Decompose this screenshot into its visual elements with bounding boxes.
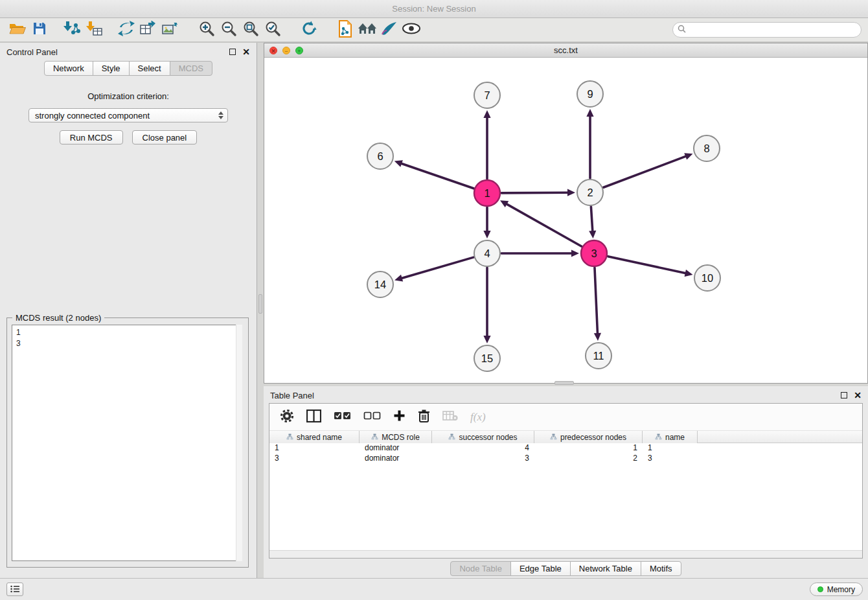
table-cell: dominator — [360, 443, 432, 454]
refresh-layout-button[interactable] — [298, 19, 320, 40]
graph-edge-3-11[interactable] — [595, 268, 597, 333]
table-row[interactable]: 3dominator323 — [269, 454, 862, 464]
svg-text:9: 9 — [587, 88, 593, 100]
gear-icon[interactable] — [280, 409, 294, 426]
column-header-MCDS-role[interactable]: MCDS role — [360, 431, 432, 443]
toggle-graphics-details-button[interactable] — [400, 19, 422, 40]
graph-node-4[interactable]: 4 — [474, 240, 500, 266]
column-header-successor-nodes[interactable]: successor nodes — [432, 431, 534, 443]
table-row[interactable]: 1dominator411 — [269, 443, 862, 454]
column-sort-icon — [448, 433, 455, 442]
graph-edge-3-10[interactable] — [608, 257, 685, 273]
search-input[interactable] — [689, 25, 856, 34]
network-canvas[interactable]: 7968124314101511 — [264, 58, 867, 383]
float-table-panel-icon[interactable] — [841, 392, 847, 398]
select-all-icon[interactable] — [334, 411, 351, 423]
tab-style[interactable]: Style — [93, 61, 130, 76]
table-cell: 1 — [643, 443, 698, 454]
graph-node-15[interactable]: 15 — [474, 345, 500, 371]
graph-node-11[interactable]: 11 — [586, 343, 611, 369]
column-header-shared-name[interactable]: shared name — [269, 431, 360, 443]
tab-mcds[interactable]: MCDS — [170, 61, 212, 76]
import-network-button[interactable] — [61, 19, 83, 40]
zoom-selected-button[interactable] — [262, 19, 284, 40]
home-view-button[interactable] — [356, 19, 378, 40]
graph-edge-3-1[interactable] — [507, 204, 581, 246]
graph-edge-arrowhead — [483, 110, 490, 118]
zoom-fit-button[interactable] — [240, 19, 262, 40]
table-rows: 1dominator4113dominator323 — [269, 443, 862, 464]
import-table-button[interactable] — [83, 19, 105, 40]
network-transfer-button[interactable] — [115, 19, 137, 40]
export-image-button[interactable] — [159, 19, 181, 40]
main-toolbar — [0, 18, 868, 43]
vertical-splitter-handle[interactable] — [258, 294, 262, 314]
criterion-dropdown[interactable]: strongly connected component — [29, 108, 228, 122]
graph-node-3[interactable]: 3 — [581, 240, 607, 266]
search-icon — [678, 24, 686, 36]
horizontal-splitter-handle[interactable] — [554, 381, 574, 385]
float-panel-icon[interactable] — [229, 49, 236, 55]
document-network-icon — [337, 20, 353, 40]
column-header-name[interactable]: name — [643, 431, 698, 443]
export-image-icon — [162, 21, 179, 39]
minimize-window-icon[interactable]: − — [282, 47, 290, 54]
graph-edge-1-6[interactable] — [402, 163, 474, 188]
table-cell: 4 — [432, 443, 534, 454]
table-panel-title: Table Panel — [270, 391, 314, 400]
graph-edge-arrowhead — [394, 160, 403, 167]
result-scrollbar[interactable] — [236, 325, 242, 561]
graph-edge-2-3[interactable] — [591, 207, 592, 231]
network-view-window: ✕ − + scc.txt 7968124314101511 — [264, 43, 868, 384]
graph-node-7[interactable]: 7 — [474, 82, 500, 108]
task-history-button[interactable] — [6, 583, 23, 596]
svg-text:7: 7 — [484, 89, 490, 101]
tab-select[interactable]: Select — [129, 61, 170, 76]
trash-icon[interactable] — [418, 409, 430, 426]
zoom-in-button[interactable] — [196, 19, 218, 40]
column-chooser-icon[interactable] — [306, 410, 321, 425]
memory-status-dot-icon — [817, 586, 823, 592]
toolbar-search[interactable] — [672, 22, 862, 38]
save-session-button[interactable] — [29, 19, 51, 40]
graph-edge-1-2[interactable] — [501, 192, 567, 193]
zoom-out-button[interactable] — [218, 19, 240, 40]
graph-node-6[interactable]: 6 — [367, 143, 393, 169]
memory-button[interactable]: Memory — [810, 583, 863, 596]
graph-edge-2-8[interactable] — [604, 156, 686, 187]
table-horizontal-scrollbar[interactable] — [269, 550, 862, 558]
deselect-all-icon[interactable] — [363, 411, 381, 423]
table-cell: 1 — [269, 443, 360, 454]
control-panel: Control Panel ✕ NetworkStyleSelectMCDS O… — [0, 43, 257, 578]
apply-style-button[interactable] — [378, 19, 400, 40]
table-tab-edge-table[interactable]: Edge Table — [510, 561, 571, 576]
zoom-out-icon — [220, 20, 237, 40]
table-tab-network-table[interactable]: Network Table — [570, 561, 641, 576]
graph-node-9[interactable]: 9 — [577, 81, 603, 107]
table-tab-node-table[interactable]: Node Table — [450, 561, 511, 576]
graph-edge-4-14[interactable] — [402, 257, 474, 278]
run-mcds-button[interactable]: Run MCDS — [60, 130, 123, 144]
zoom-window-icon[interactable]: + — [295, 47, 303, 54]
table-tab-motifs[interactable]: Motifs — [641, 561, 681, 576]
graph-node-8[interactable]: 8 — [694, 135, 720, 161]
graph-node-1[interactable]: 1 — [474, 180, 500, 206]
close-table-panel-icon[interactable]: ✕ — [854, 391, 862, 400]
new-network-from-selection-button[interactable] — [334, 19, 356, 40]
graph-node-2[interactable]: 2 — [577, 179, 603, 205]
close-panel-button[interactable]: Close panel — [132, 130, 198, 144]
add-row-icon[interactable] — [393, 410, 405, 424]
graph-node-10[interactable]: 10 — [694, 265, 720, 291]
graph-node-14[interactable]: 14 — [367, 271, 393, 297]
control-panel-title: Control Panel — [6, 47, 58, 57]
open-session-button[interactable] — [6, 19, 29, 40]
table-toolbar: f(x) — [269, 404, 862, 431]
table-cell: 1 — [534, 443, 643, 454]
tab-network[interactable]: Network — [44, 61, 93, 76]
export-table-button[interactable] — [137, 19, 159, 40]
column-header-predecessor-nodes[interactable]: predecessor nodes — [534, 431, 643, 443]
graph-edge-arrowhead — [589, 231, 596, 238]
close-panel-icon[interactable]: ✕ — [242, 47, 250, 56]
close-window-icon[interactable]: ✕ — [269, 47, 277, 54]
svg-text:1: 1 — [484, 187, 490, 199]
